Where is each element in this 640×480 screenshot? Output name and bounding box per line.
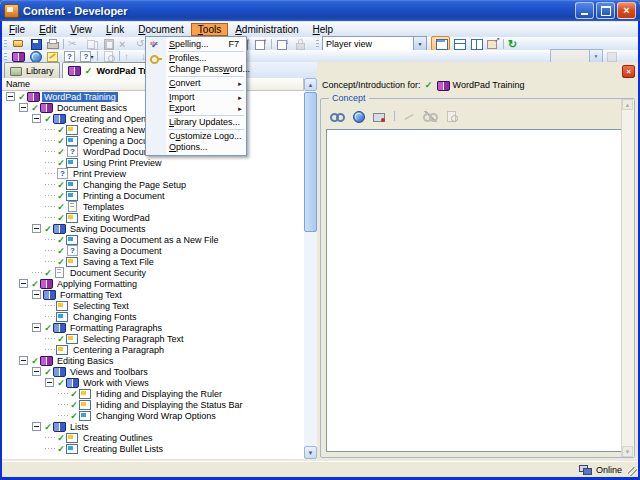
tree-item[interactable]: Formatting Paragraphs [2, 322, 304, 333]
insert-link-button[interactable] [329, 110, 346, 122]
tree-item[interactable]: Saving a Document [2, 245, 304, 256]
tree-item[interactable]: Changing Word Wrap Options [2, 410, 304, 421]
menu-customize-logo[interactable]: Customize Logo... [146, 131, 246, 142]
menu-profiles[interactable]: Profiles... [146, 53, 246, 64]
collapse-expander-icon[interactable] [6, 92, 15, 101]
scroll-down-icon[interactable]: ▼ [622, 446, 633, 457]
open-button[interactable] [10, 38, 27, 50]
preview-link-button[interactable] [443, 110, 460, 122]
menubar-item[interactable]: File [2, 23, 32, 36]
toolbar-drag-handle[interactable] [4, 52, 7, 61]
collapse-expander-icon[interactable] [19, 279, 28, 288]
tree-item[interactable]: Changing the Page Setup [2, 179, 304, 190]
lock-button[interactable] [291, 38, 308, 50]
tree-item[interactable]: Editing Basics [2, 355, 304, 366]
view-combo[interactable]: Player view [322, 36, 427, 51]
menubar-item[interactable]: Document [131, 23, 191, 36]
tree-item[interactable]: Saving a Text File [2, 256, 304, 267]
tree-item[interactable]: Changing Fonts [2, 311, 304, 322]
menu-spelling[interactable]: Spelling... F7 [146, 39, 246, 50]
menubar-item[interactable]: Tools [191, 23, 228, 36]
collapse-expander-icon[interactable] [32, 323, 41, 332]
import-content-button[interactable] [274, 38, 291, 50]
editor-scrollbar[interactable]: ▲ ▼ [621, 99, 634, 457]
tree-item[interactable]: Work with Views [2, 377, 304, 388]
collapse-expander-icon[interactable] [19, 103, 28, 112]
tree-item[interactable]: Applying Formatting [2, 278, 304, 289]
collapse-expander-icon[interactable] [45, 378, 54, 387]
print-button[interactable] [44, 38, 61, 50]
check-out-button[interactable] [252, 38, 269, 50]
tree-item[interactable]: Hiding and Displaying the Ruler [2, 388, 304, 399]
scroll-up-icon[interactable]: ▲ [622, 99, 633, 110]
title-bar[interactable]: Content - Developer × [0, 0, 640, 21]
player-preview-button[interactable] [27, 50, 44, 62]
paste-button[interactable] [100, 38, 117, 50]
close-button[interactable]: × [617, 2, 636, 19]
scroll-down-icon[interactable]: ▼ [304, 446, 317, 459]
scrollbar-thumb[interactable] [304, 92, 317, 232]
tree-item[interactable]: Centering a Paragraph [2, 344, 304, 355]
single-pane-view-button[interactable] [431, 36, 450, 51]
tree-item[interactable]: Print Preview [2, 168, 304, 179]
save-button[interactable] [27, 38, 44, 50]
tab-library[interactable]: Library [4, 62, 60, 78]
minimize-button[interactable] [575, 2, 594, 19]
collapse-expander-icon[interactable] [32, 290, 41, 299]
tree-item[interactable]: Lists [2, 421, 304, 432]
refresh-button[interactable] [506, 38, 523, 50]
edit-properties-button[interactable] [44, 50, 61, 62]
insert-web-link-button[interactable] [350, 110, 367, 122]
split-horizontal-view-button[interactable] [450, 38, 467, 50]
go-button[interactable] [603, 50, 620, 62]
concept-editor[interactable] [326, 129, 629, 452]
menu-export[interactable]: Export [146, 103, 246, 114]
tree-item[interactable]: Creating Bullet Lists [2, 443, 304, 454]
tree-item[interactable]: Creating Outlines [2, 432, 304, 443]
collapse-expander-icon[interactable] [32, 114, 41, 123]
question-menu-button[interactable]: ▾ [78, 50, 95, 62]
tree-item[interactable]: Hiding and Displaying the Status Bar [2, 399, 304, 410]
menubar-item[interactable]: Edit [32, 23, 63, 36]
tree-item[interactable]: Formatting Text [2, 289, 304, 300]
preview-button[interactable] [100, 50, 117, 62]
menubar-item[interactable]: Help [306, 23, 341, 36]
menu-library-updates[interactable]: Library Updates... [146, 117, 246, 128]
maximize-button[interactable] [596, 2, 615, 19]
menu-options[interactable]: Options... [146, 142, 246, 153]
menu-convert[interactable]: Convert [146, 78, 246, 89]
copy-button[interactable] [83, 38, 100, 50]
collapse-expander-icon[interactable] [32, 367, 41, 376]
tree-item[interactable]: Templates [2, 201, 304, 212]
tree-item[interactable]: Saving a Document as a New File [2, 234, 304, 245]
tree-item[interactable]: Saving Documents [2, 223, 304, 234]
tree-item[interactable]: Printing a Document [2, 190, 304, 201]
tree-item[interactable]: Document Security [2, 267, 304, 278]
move-up-button[interactable] [122, 50, 139, 62]
edit-button[interactable] [401, 110, 418, 122]
menubar-item[interactable]: View [63, 23, 99, 36]
collapse-expander-icon[interactable] [19, 356, 28, 365]
collapse-expander-icon[interactable] [32, 422, 41, 431]
menu-change-password[interactable]: Change Password... [146, 64, 246, 75]
cut-button[interactable] [66, 38, 83, 50]
toolbar-drag-handle[interactable] [316, 39, 319, 48]
float-view-button[interactable] [484, 38, 501, 50]
tree-item[interactable]: Using Print Preview [2, 157, 304, 168]
tree-item[interactable]: Selecting Text [2, 300, 304, 311]
menubar-item[interactable]: Administration [228, 23, 305, 36]
tree-item[interactable]: Exiting WordPad [2, 212, 304, 223]
chevron-down-icon[interactable] [413, 37, 426, 50]
remove-link-button[interactable] [422, 110, 439, 122]
insert-file-link-button[interactable] [371, 110, 388, 122]
new-lesson-button[interactable] [10, 50, 27, 62]
menubar-item[interactable]: Link [99, 23, 131, 36]
tree-scrollbar[interactable]: ▲ ▼ [304, 78, 317, 459]
split-vertical-view-button[interactable] [467, 38, 484, 50]
pane-close-icon[interactable] [622, 65, 635, 78]
tree-item[interactable]: Selecting Paragraph Text [2, 333, 304, 344]
scroll-up-icon[interactable]: ▲ [304, 78, 317, 91]
tree-item[interactable]: Views and Toolbars [2, 366, 304, 377]
resize-grip[interactable] [628, 467, 637, 476]
delete-button[interactable] [117, 38, 134, 50]
